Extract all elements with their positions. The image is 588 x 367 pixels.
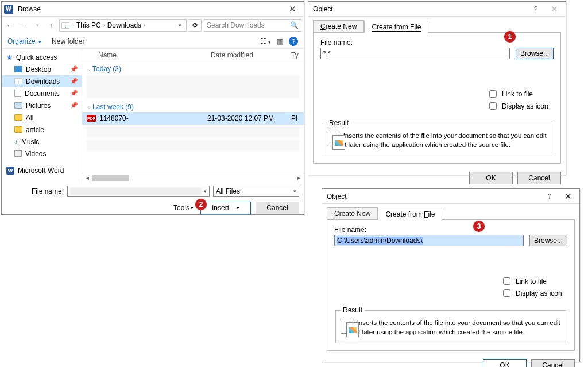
result-group: Result Inserts the contents of the file … (335, 306, 566, 343)
ok-button[interactable]: OK (483, 359, 527, 367)
sidebar-all[interactable]: All (2, 111, 82, 123)
tab-create-new[interactable]: Create New (327, 207, 378, 219)
link-to-file-checkbox[interactable]: Link to file (487, 88, 554, 100)
word-icon: W (6, 167, 14, 175)
chevron-down-icon: ⌄ (87, 105, 91, 110)
result-legend: Result (327, 119, 351, 127)
new-folder-button[interactable]: New folder (52, 37, 84, 45)
file-name: 1148070- (99, 114, 204, 122)
file-type: PI (291, 114, 304, 122)
file-row-selected[interactable]: PDF 1148070- 21-03-2020 12:07 PM PI (82, 112, 304, 125)
nav-up-button[interactable]: ↑ (45, 21, 57, 30)
help-button[interactable]: ? (289, 37, 298, 46)
file-date: 21-03-2020 12:07 PM (207, 114, 288, 122)
dialog-help-button[interactable]: ? (527, 5, 545, 13)
chevron-down-icon[interactable]: ▾ (204, 188, 207, 194)
nav-forward-button[interactable]: → (18, 21, 29, 30)
blurred-file-row (87, 126, 299, 137)
breadcrumb-sep-icon: › (102, 22, 106, 28)
breadcrumb-sep-icon: › (142, 22, 146, 28)
dialog-close-button[interactable]: ✕ (545, 4, 563, 14)
filename-input[interactable]: *.* (320, 48, 510, 59)
browse-button[interactable]: Browse... (529, 235, 567, 246)
breadcrumb-dropdown-icon[interactable]: ▾ (175, 22, 185, 28)
link-to-file-checkbox[interactable]: Link to file (501, 275, 567, 287)
pictures-icon (14, 102, 22, 109)
step-badge-1: 1 (504, 31, 516, 43)
browse-titlebar: W Browse ✕ (2, 2, 304, 17)
sidebar-pictures[interactable]: Pictures📌 (2, 99, 82, 111)
col-date[interactable]: Date modified (211, 51, 291, 59)
search-input[interactable]: Search Downloads 🔍 (204, 19, 301, 32)
music-icon: ♪ (14, 138, 18, 146)
sidebar-quick-access[interactable]: ★Quick access (2, 51, 82, 63)
filename-input[interactable]: C:\Users\admin\Downloads\ (334, 235, 524, 246)
search-placeholder: Search Downloads (207, 21, 265, 29)
breadcrumb-sep-icon: › (71, 22, 75, 28)
search-icon: 🔍 (290, 21, 299, 29)
scroll-left-icon[interactable]: ◂ (83, 175, 91, 181)
breadcrumb-folder[interactable]: Downloads (107, 21, 141, 29)
videos-icon (14, 150, 22, 157)
insert-button[interactable]: Insert▾ (200, 202, 251, 214)
tab-create-from-file[interactable]: Create from File (378, 208, 442, 220)
scroll-thumb[interactable] (92, 175, 129, 181)
preview-pane-button[interactable]: ▥ (277, 37, 283, 45)
filetype-combo[interactable]: All Files ▾ (213, 186, 299, 197)
word-app-icon: W (4, 5, 13, 14)
refresh-button[interactable]: ⟳ (189, 19, 202, 32)
sidebar-msword[interactable]: WMicrosoft Word (2, 164, 82, 176)
dialog-close-button[interactable]: ✕ (559, 191, 577, 202)
display-as-icon-checkbox[interactable]: Display as icon (501, 287, 567, 299)
cancel-button[interactable]: Cancel (517, 172, 561, 184)
filetype-value: All Files (216, 187, 240, 195)
col-name[interactable]: Name (96, 51, 211, 59)
col-type[interactable]: Ty (291, 51, 304, 59)
organize-menu[interactable]: Organize ▾ (7, 37, 41, 45)
sidebar-desktop[interactable]: Desktop📌 (2, 63, 82, 75)
cancel-button[interactable]: Cancel (256, 202, 299, 214)
object-dialog-2: Object ? ✕ Create New Create from File F… (322, 188, 580, 362)
browse-button[interactable]: Browse... (516, 48, 554, 59)
filename-value: *.* (323, 49, 331, 57)
browse-nav-row: ← → ▾ ↑ › This PC › Downloads › ▾ ⟳ Sear… (2, 17, 304, 34)
nav-back-button[interactable]: ← (4, 21, 16, 30)
horizontal-scrollbar[interactable]: ◂ ▸ (82, 173, 304, 182)
scroll-right-icon[interactable]: ▸ (295, 175, 303, 181)
sidebar-music[interactable]: ♪Music (2, 136, 82, 148)
browse-close-button[interactable]: ✕ (283, 4, 301, 14)
filename-combo[interactable]: ▾ (67, 186, 210, 197)
tab-create-new[interactable]: Create New (313, 20, 364, 32)
pdf-icon: PDF (87, 115, 96, 122)
ok-button[interactable]: OK (469, 172, 513, 184)
tools-menu[interactable]: Tools▾ (173, 204, 194, 212)
browse-dialog: W Browse ✕ ← → ▾ ↑ › This PC › Downloads… (1, 1, 304, 215)
filename-label: File name: (320, 38, 554, 47)
sidebar-videos[interactable]: Videos (2, 148, 82, 160)
step-badge-2: 2 (195, 199, 207, 210)
display-as-icon-checkbox[interactable]: Display as icon (487, 100, 554, 112)
sidebar-article[interactable]: article (2, 123, 82, 136)
blurred-file-row (87, 140, 299, 151)
breadcrumb-bar[interactable]: › This PC › Downloads › ▾ (59, 19, 187, 32)
result-group: Result Inserts the contents of the file … (322, 119, 552, 156)
pin-icon: 📌 (70, 78, 78, 85)
dialog-help-button[interactable]: ? (540, 192, 559, 200)
group-lastweek[interactable]: ⌄Last week (9) (82, 99, 304, 112)
object-dialog-1: Object ? ✕ Create New Create from File F… (308, 1, 566, 175)
breadcrumb-root[interactable]: This PC (76, 21, 101, 29)
nav-history-dropdown[interactable]: ▾ (32, 22, 43, 28)
group-today[interactable]: ⌄Today (3) (82, 61, 304, 74)
tab-create-from-file[interactable]: Create from File (364, 21, 428, 33)
cancel-button[interactable]: Cancel (531, 359, 575, 367)
view-mode-button[interactable]: ☷ ▾ (260, 37, 271, 45)
filename-value: C:\Users\admin\Downloads\ (337, 237, 423, 245)
chevron-down-icon[interactable]: ▾ (293, 188, 296, 194)
desktop-icon (14, 66, 22, 72)
sidebar-documents[interactable]: Documents📌 (2, 87, 82, 99)
sidebar-downloads[interactable]: Downloads📌 (2, 75, 82, 87)
column-headers[interactable]: Name Date modified Ty (82, 49, 304, 61)
object-title: Object (311, 5, 527, 13)
filename-label: File name: (6, 187, 64, 195)
folder-icon (14, 126, 22, 133)
